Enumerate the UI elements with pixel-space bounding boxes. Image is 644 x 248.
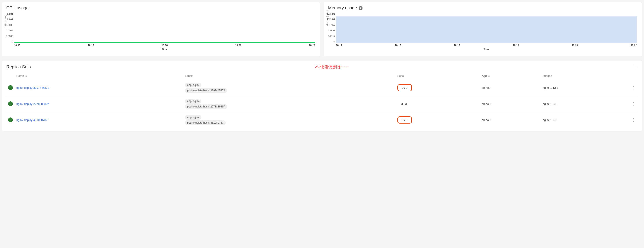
- memory-series-area: [336, 16, 637, 43]
- ytick: 0.001: [6, 18, 13, 21]
- ytick: 0: [327, 40, 335, 43]
- row-menu-icon[interactable]: ⋮: [629, 112, 638, 128]
- memory-card-title: Memory usage: [328, 5, 357, 10]
- row-menu-icon[interactable]: ⋮: [629, 96, 638, 112]
- replica-sets-panel: Replica Sets 不能随便删除~~~ Name ▲▼ Labels Po…: [2, 61, 642, 131]
- ytick: 1.07 Mi: [327, 24, 335, 26]
- replicaset-link[interactable]: nginx-deploy-2078889897: [16, 102, 49, 105]
- table-row: nginx-deploy-3297445372app: nginxpod-tem…: [6, 80, 638, 96]
- label-pill: pod-template-hash: 3297445372: [185, 88, 227, 93]
- pods-value: 0 / 0: [398, 116, 412, 124]
- ytick: 0: [6, 40, 13, 43]
- status-ok-icon: [8, 101, 13, 106]
- ytick: 1.61 Mi: [327, 13, 335, 15]
- row-menu-icon[interactable]: ⋮: [629, 80, 638, 96]
- col-images: Images: [541, 72, 629, 80]
- memory-xlabel: Time: [336, 48, 637, 51]
- memory-chart: Memory (bytes) 1.61 Mi1.43 Mi1.07 Mi732 …: [328, 13, 638, 54]
- age-value: an hour: [480, 96, 541, 112]
- col-age[interactable]: Age ▲▼: [480, 72, 541, 80]
- ytick: 1.43 Mi: [327, 18, 335, 21]
- col-name[interactable]: Name ▲▼: [14, 72, 183, 80]
- ytick: 0.0003: [6, 35, 13, 37]
- table-row: nginx-deploy-2078889897app: nginxpod-tem…: [6, 96, 638, 112]
- ytick: 366 Ki: [327, 35, 335, 37]
- status-ok-icon: [8, 85, 13, 90]
- label-pill: app: nginx: [185, 83, 201, 87]
- images-value: nginx:1.9.1: [541, 96, 629, 112]
- xtick: 18:18: [162, 44, 168, 46]
- pods-value: 3 / 3: [398, 101, 411, 107]
- col-labels: Labels: [183, 72, 396, 80]
- label-pill: pod-template-hash: 431080787: [185, 120, 226, 125]
- ytick: 0.001: [6, 13, 13, 15]
- replica-sets-table: Name ▲▼ Labels Pods Age ▲▼ Images nginx-…: [6, 72, 638, 128]
- sort-icon: ▲▼: [25, 75, 27, 78]
- memory-usage-card: Memory usage i Memory (bytes) 1.61 Mi1.4…: [324, 2, 642, 56]
- images-value: nginx:1.13.3: [541, 80, 629, 96]
- xtick: 18:20: [235, 44, 242, 46]
- age-value: an hour: [480, 112, 541, 128]
- label-pill: app: nginx: [185, 115, 201, 120]
- annotation-text: 不能随便删除~~~: [315, 64, 349, 70]
- ytick: 732 Ki: [327, 29, 335, 32]
- label-pill: pod-template-hash: 2078889897: [185, 104, 227, 109]
- images-value: nginx:1.7.9: [541, 112, 629, 128]
- xtick: 18:20: [572, 44, 578, 46]
- xtick: 18:15: [395, 44, 401, 46]
- age-value: an hour: [480, 80, 541, 96]
- xtick: 18:18: [513, 44, 519, 46]
- cpu-xlabel: Time: [14, 48, 315, 51]
- filter-icon[interactable]: [633, 65, 638, 69]
- info-icon[interactable]: i: [358, 6, 362, 10]
- ytick: 0.0005: [6, 29, 13, 32]
- status-ok-icon: [8, 117, 13, 122]
- ytick: 0.0008: [6, 24, 13, 26]
- label-pill: app: nginx: [185, 99, 201, 104]
- pods-value: 0 / 0: [398, 84, 412, 91]
- table-row: nginx-deploy-431080787app: nginxpod-temp…: [6, 112, 638, 128]
- cpu-chart: CPU (cores) 0.0010.0010.00080.00050.0003…: [6, 13, 316, 54]
- xtick: 18:16: [454, 44, 460, 46]
- panel-title: Replica Sets: [6, 64, 31, 69]
- sort-icon: ▲▼: [488, 75, 490, 78]
- replicaset-link[interactable]: nginx-deploy-431080787: [16, 118, 48, 122]
- xtick: 18:14: [336, 44, 342, 46]
- xtick: 18:16: [88, 44, 94, 46]
- xtick: 18:22: [631, 44, 637, 46]
- xtick: 18:22: [309, 44, 315, 46]
- col-pods: Pods: [396, 72, 480, 80]
- xtick: 18:15: [14, 44, 20, 46]
- cpu-card-title: CPU usage: [6, 5, 28, 10]
- cpu-usage-card: CPU usage CPU (cores) 0.0010.0010.00080.…: [2, 2, 320, 56]
- cpu-series-line: [14, 42, 315, 43]
- replicaset-link[interactable]: nginx-deploy-3297445372: [16, 86, 49, 89]
